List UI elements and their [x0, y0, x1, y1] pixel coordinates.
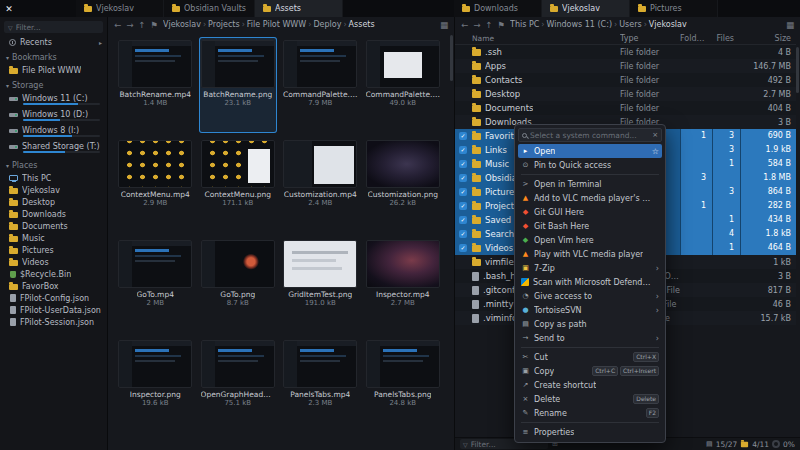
menu-item-open-in-terminal[interactable]: >Open in Terminal — [518, 177, 662, 191]
up-icon[interactable]: ↑ — [485, 20, 492, 30]
row-checkbox[interactable]: ✓ — [459, 230, 467, 238]
bookmark-icon[interactable]: ⚑ — [150, 20, 158, 30]
file-row-contacts[interactable]: ContactsFile folder492 B — [455, 73, 796, 87]
sidebar-item-this-pc[interactable]: This PC — [0, 172, 107, 184]
sidebar-item-fpilot-userdata-json[interactable]: FPilot-UserData.json — [0, 304, 107, 316]
close-icon[interactable]: × — [652, 131, 658, 139]
grid-item-commandpalette-png[interactable]: CommandPalette.png49.0 kB — [364, 37, 443, 133]
menu-item-7-zip[interactable]: ▣7-Zip› — [518, 261, 662, 275]
menu-item-rename[interactable]: ✎RenameF2 — [518, 406, 662, 420]
tab-vjekoslav[interactable]: Vjekoslav — [76, 0, 164, 17]
file-row-documents[interactable]: DocumentsFile folder404 B — [455, 101, 796, 115]
menu-item-cut[interactable]: ✂CutCtrl+X — [518, 350, 662, 364]
grid-item-batchrename-png[interactable]: BatchRename.png23.1 kB — [199, 37, 278, 133]
sidebar-item-vjekoslav[interactable]: Vjekoslav — [0, 184, 107, 196]
menu-item-git-bash-here[interactable]: ◆Git Bash Here — [518, 219, 662, 233]
sidebar-item-recents[interactable]: Recents ▸ — [0, 36, 107, 48]
right-scrollbar[interactable] — [796, 45, 799, 436]
breadcrumb-item-deploy[interactable]: Deploy — [313, 20, 341, 29]
menu-item-scan-with-microsoft-defender[interactable]: Scan with Microsoft Defender... — [518, 275, 662, 289]
menu-item-give-access-to[interactable]: ◔Give access to› — [518, 289, 662, 303]
view-options-icon[interactable]: ▦ — [786, 20, 794, 30]
scrollbar-thumb[interactable] — [450, 35, 453, 81]
breadcrumb-item-vjekoslav[interactable]: Vjekoslav — [163, 20, 201, 29]
back-icon[interactable]: ← — [114, 20, 121, 30]
menu-item-open[interactable]: ▸Open☆ — [518, 144, 662, 158]
sidebar-item-music[interactable]: Music — [0, 232, 107, 244]
command-search-input[interactable]: Select a system command... × — [518, 128, 662, 142]
sidebar-item-shared-storage-t[interactable]: Shared Storage (T:) — [0, 140, 107, 156]
back-icon[interactable]: ← — [461, 20, 468, 30]
row-checkbox[interactable] — [459, 300, 467, 308]
menu-item-pin-to-quick-access[interactable]: ⊙Pin to Quick access — [518, 158, 662, 172]
breadcrumb-item-windows-11-c[interactable]: Windows 11 (C:) — [547, 20, 613, 29]
grid-item-panelstabs-mp4[interactable]: PanelsTabs.mp42.3 MB — [281, 337, 360, 433]
row-checkbox[interactable] — [459, 258, 467, 266]
file-row-apps[interactable]: AppsFile folder146.7 MB — [455, 59, 796, 73]
menu-item-send-to[interactable]: →Send to› — [518, 331, 662, 345]
tab-pictures[interactable]: Pictures — [630, 0, 718, 17]
row-checkbox[interactable]: ✓ — [459, 244, 467, 252]
row-checkbox[interactable] — [459, 76, 467, 84]
section-header-places[interactable]: ▾Places — [0, 159, 107, 172]
middle-scrollbar[interactable] — [450, 33, 453, 447]
row-checkbox[interactable] — [459, 286, 467, 294]
row-checkbox[interactable]: ✓ — [459, 202, 467, 210]
menu-item-copy[interactable]: ▣CopyCtrl+CCtrl+Insert — [518, 364, 662, 378]
column-name[interactable]: Name — [471, 34, 620, 43]
row-checkbox[interactable]: ✓ — [459, 160, 467, 168]
tab-vjekoslav[interactable]: Vjekoslav — [542, 0, 630, 17]
tab-obsidian-vaults[interactable]: Obsidian Vaults — [164, 0, 255, 17]
up-icon[interactable]: ↑ — [138, 20, 145, 30]
sidebar-item-fpilot-config-json[interactable]: FPilot-Config.json — [0, 292, 107, 304]
row-checkbox[interactable] — [459, 118, 467, 126]
sidebar-item-desktop[interactable]: Desktop — [0, 196, 107, 208]
file-row-desktop[interactable]: DesktopFile folder2.7 MB — [455, 87, 796, 101]
sidebar-item-recycle-bin[interactable]: $Recycle.Bin — [0, 268, 107, 280]
sidebar-item-videos[interactable]: Videos — [0, 256, 107, 268]
grid-item-customization-mp4[interactable]: Customization.mp42.4 MB — [281, 137, 360, 233]
bookmark-icon[interactable]: ⚑ — [497, 20, 505, 30]
file-row-ssh[interactable]: .sshFile folder4 B — [455, 45, 796, 59]
tab-downloads[interactable]: Downloads — [454, 0, 542, 17]
sidebar-item-fpilot-session-json[interactable]: FPilot-Session.json — [0, 316, 107, 328]
sidebar-item-windows-10-d[interactable]: Windows 10 (D:) — [0, 108, 107, 124]
menu-item-properties[interactable]: ≡Properties — [518, 425, 662, 439]
grid-item-customization-png[interactable]: Customization.png26.2 kB — [364, 137, 443, 233]
grid-item-opengraphheader-png[interactable]: OpenGraphHeader.png75.1 kB — [199, 337, 278, 433]
sidebar-item-favorbox[interactable]: FavorBox — [0, 280, 107, 292]
menu-item-tortoisesvn[interactable]: ●TortoiseSVN› — [518, 303, 662, 317]
menu-item-git-gui-here[interactable]: ◆Git GUI Here — [518, 205, 662, 219]
section-header-bookmarks[interactable]: ▾Bookmarks — [0, 51, 107, 64]
grid-item-contextmenu-mp4[interactable]: ContextMenu.mp42.9 MB — [116, 137, 195, 233]
row-checkbox[interactable]: ✓ — [459, 174, 467, 182]
grid-item-commandpalette-mp4[interactable]: CommandPalette.mp47.9 MB — [281, 37, 360, 133]
sidebar-item-pictures[interactable]: Pictures — [0, 244, 107, 256]
grid-item-inspector-png[interactable]: Inspector.png19.6 kB — [116, 337, 195, 433]
row-checkbox[interactable]: ✓ — [459, 216, 467, 224]
row-checkbox[interactable]: ✓ — [459, 132, 467, 140]
sidebar-item-file-pilot-www[interactable]: File Pilot WWW — [0, 64, 107, 76]
forward-icon[interactable]: → — [126, 20, 133, 30]
breadcrumb-item-vjekoslav[interactable]: Vjekoslav — [649, 20, 687, 29]
breadcrumb-item-this-pc[interactable]: This PC — [510, 20, 539, 29]
column-type[interactable]: Type — [620, 34, 680, 43]
view-options-icon[interactable]: ▦ — [440, 20, 448, 30]
sidebar-filter-input[interactable]: ▽ Filter... — [4, 21, 103, 33]
grid-item-batchrename-mp4[interactable]: BatchRename.mp41.4 MB — [116, 37, 195, 133]
sidebar-item-downloads[interactable]: Downloads — [0, 208, 107, 220]
breadcrumb-item-projects[interactable]: Projects — [208, 20, 240, 29]
column-folders[interactable]: Folders — [680, 34, 712, 43]
grid-item-inspector-mp4[interactable]: Inspector.mp42.7 MB — [364, 237, 443, 333]
row-checkbox[interactable]: ✓ — [459, 146, 467, 154]
forward-icon[interactable]: → — [473, 20, 480, 30]
row-checkbox[interactable] — [459, 314, 467, 322]
breadcrumb-item-users[interactable]: Users — [619, 20, 641, 29]
column-files[interactable]: Files — [712, 34, 740, 43]
sidebar-item-documents[interactable]: Documents — [0, 220, 107, 232]
row-checkbox[interactable] — [459, 48, 467, 56]
breadcrumb-item-assets[interactable]: Assets — [349, 20, 375, 29]
menu-item-create-shortcut[interactable]: ↗Create shortcut — [518, 378, 662, 392]
section-header-storage[interactable]: ▾Storage — [0, 79, 107, 92]
sidebar-item-windows-8-i[interactable]: Windows 8 (I:) — [0, 124, 107, 140]
